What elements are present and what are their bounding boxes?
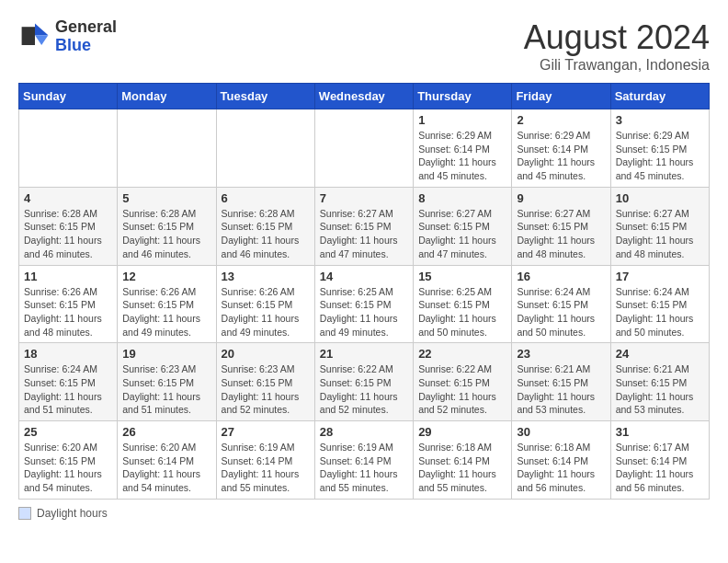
day-info: Sunrise: 6:26 AM Sunset: 6:15 PM Dayligh… (122, 285, 210, 339)
calendar-cell: 20Sunrise: 6:23 AM Sunset: 6:15 PM Dayli… (216, 343, 314, 421)
footer: Daylight hours (18, 507, 710, 520)
day-info: Sunrise: 6:26 AM Sunset: 6:15 PM Dayligh… (222, 285, 310, 339)
day-info: Sunrise: 6:29 AM Sunset: 6:14 PM Dayligh… (418, 129, 506, 183)
calendar-week-row: 25Sunrise: 6:20 AM Sunset: 6:15 PM Dayli… (19, 421, 710, 500)
day-number: 6 (222, 191, 310, 205)
day-info: Sunrise: 6:25 AM Sunset: 6:15 PM Dayligh… (418, 285, 506, 339)
calendar-cell: 10Sunrise: 6:27 AM Sunset: 6:15 PM Dayli… (610, 187, 709, 265)
day-number: 28 (320, 425, 408, 439)
day-info: Sunrise: 6:27 AM Sunset: 6:15 PM Dayligh… (517, 207, 605, 261)
calendar-table: SundayMondayTuesdayWednesdayThursdayFrid… (18, 83, 710, 500)
calendar-cell: 22Sunrise: 6:22 AM Sunset: 6:15 PM Dayli… (414, 343, 512, 421)
calendar-cell: 17Sunrise: 6:24 AM Sunset: 6:15 PM Dayli… (610, 265, 709, 343)
day-of-week-header: Tuesday (216, 84, 314, 109)
svg-marker-1 (35, 35, 48, 45)
day-info: Sunrise: 6:21 AM Sunset: 6:15 PM Dayligh… (616, 362, 704, 417)
calendar-cell (118, 109, 216, 188)
calendar-header-row: SundayMondayTuesdayWednesdayThursdayFrid… (19, 84, 710, 109)
calendar-cell: 18Sunrise: 6:24 AM Sunset: 6:15 PM Dayli… (19, 343, 118, 421)
calendar-cell: 23Sunrise: 6:21 AM Sunset: 6:15 PM Dayli… (512, 343, 610, 421)
day-info: Sunrise: 6:17 AM Sunset: 6:14 PM Dayligh… (616, 441, 704, 495)
calendar-cell: 1Sunrise: 6:29 AM Sunset: 6:14 PM Daylig… (414, 109, 512, 188)
day-info: Sunrise: 6:23 AM Sunset: 6:15 PM Dayligh… (122, 362, 210, 417)
calendar-cell: 26Sunrise: 6:20 AM Sunset: 6:14 PM Dayli… (118, 421, 216, 500)
day-info: Sunrise: 6:27 AM Sunset: 6:15 PM Dayligh… (616, 207, 704, 261)
day-info: Sunrise: 6:20 AM Sunset: 6:14 PM Dayligh… (122, 441, 210, 495)
day-number: 10 (616, 191, 704, 205)
day-number: 29 (418, 425, 506, 439)
day-of-week-header: Thursday (414, 84, 512, 109)
month-year: August 2024 (524, 18, 710, 57)
calendar-cell: 16Sunrise: 6:24 AM Sunset: 6:15 PM Dayli… (512, 265, 610, 343)
calendar-week-row: 4Sunrise: 6:28 AM Sunset: 6:15 PM Daylig… (19, 187, 710, 265)
logo-text: General Blue (55, 18, 117, 55)
calendar-cell: 24Sunrise: 6:21 AM Sunset: 6:15 PM Dayli… (610, 343, 709, 421)
day-number: 19 (122, 347, 210, 361)
day-info: Sunrise: 6:28 AM Sunset: 6:15 PM Dayligh… (222, 207, 310, 261)
day-info: Sunrise: 6:18 AM Sunset: 6:14 PM Dayligh… (517, 441, 605, 495)
calendar-cell: 13Sunrise: 6:26 AM Sunset: 6:15 PM Dayli… (216, 265, 314, 343)
calendar-cell: 8Sunrise: 6:27 AM Sunset: 6:15 PM Daylig… (414, 187, 512, 265)
calendar-cell: 19Sunrise: 6:23 AM Sunset: 6:15 PM Dayli… (118, 343, 216, 421)
day-info: Sunrise: 6:27 AM Sunset: 6:15 PM Dayligh… (320, 207, 408, 261)
day-of-week-header: Saturday (610, 84, 709, 109)
svg-marker-0 (35, 23, 48, 35)
day-info: Sunrise: 6:19 AM Sunset: 6:14 PM Dayligh… (222, 441, 310, 495)
day-number: 25 (24, 425, 112, 439)
day-info: Sunrise: 6:24 AM Sunset: 6:15 PM Dayligh… (616, 285, 704, 339)
calendar-cell (216, 109, 314, 188)
calendar-cell (314, 109, 413, 188)
day-number: 4 (24, 191, 112, 205)
day-info: Sunrise: 6:23 AM Sunset: 6:15 PM Dayligh… (222, 362, 310, 417)
day-number: 24 (616, 347, 704, 361)
footer-label: Daylight hours (37, 507, 108, 520)
day-info: Sunrise: 6:19 AM Sunset: 6:14 PM Dayligh… (320, 441, 408, 495)
day-info: Sunrise: 6:28 AM Sunset: 6:15 PM Dayligh… (24, 207, 112, 261)
location: Gili Trawangan, Indonesia (524, 57, 710, 74)
day-info: Sunrise: 6:25 AM Sunset: 6:15 PM Dayligh… (320, 285, 408, 339)
day-number: 13 (222, 270, 310, 283)
day-number: 8 (418, 191, 506, 205)
calendar-week-row: 18Sunrise: 6:24 AM Sunset: 6:15 PM Dayli… (19, 343, 710, 421)
day-number: 23 (517, 347, 605, 361)
day-info: Sunrise: 6:21 AM Sunset: 6:15 PM Dayligh… (517, 362, 605, 417)
day-of-week-header: Wednesday (314, 84, 413, 109)
logo: General Blue (18, 18, 117, 55)
day-info: Sunrise: 6:28 AM Sunset: 6:15 PM Dayligh… (122, 207, 210, 261)
calendar-cell: 25Sunrise: 6:20 AM Sunset: 6:15 PM Dayli… (19, 421, 118, 500)
calendar-cell: 4Sunrise: 6:28 AM Sunset: 6:15 PM Daylig… (19, 187, 118, 265)
day-number: 21 (320, 347, 408, 361)
day-of-week-header: Monday (118, 84, 216, 109)
day-number: 2 (517, 113, 605, 127)
calendar-cell: 28Sunrise: 6:19 AM Sunset: 6:14 PM Dayli… (314, 421, 413, 500)
calendar-cell: 12Sunrise: 6:26 AM Sunset: 6:15 PM Dayli… (118, 265, 216, 343)
calendar-cell: 30Sunrise: 6:18 AM Sunset: 6:14 PM Dayli… (512, 421, 610, 500)
day-number: 11 (24, 270, 112, 283)
day-info: Sunrise: 6:29 AM Sunset: 6:14 PM Dayligh… (517, 129, 605, 183)
day-info: Sunrise: 6:20 AM Sunset: 6:15 PM Dayligh… (24, 441, 112, 495)
day-info: Sunrise: 6:18 AM Sunset: 6:14 PM Dayligh… (418, 441, 506, 495)
day-of-week-header: Friday (512, 84, 610, 109)
day-number: 18 (24, 347, 112, 361)
day-number: 30 (517, 425, 605, 439)
svg-rect-2 (22, 27, 35, 45)
day-number: 12 (122, 270, 210, 283)
day-info: Sunrise: 6:24 AM Sunset: 6:15 PM Dayligh… (517, 285, 605, 339)
title-block: August 2024 Gili Trawangan, Indonesia (524, 18, 710, 74)
calendar-cell: 2Sunrise: 6:29 AM Sunset: 6:14 PM Daylig… (512, 109, 610, 188)
footer-box (18, 507, 31, 520)
day-info: Sunrise: 6:22 AM Sunset: 6:15 PM Dayligh… (418, 362, 506, 417)
day-number: 27 (222, 425, 310, 439)
day-info: Sunrise: 6:24 AM Sunset: 6:15 PM Dayligh… (24, 362, 112, 417)
day-of-week-header: Sunday (19, 84, 118, 109)
day-info: Sunrise: 6:27 AM Sunset: 6:15 PM Dayligh… (418, 207, 506, 261)
day-number: 5 (122, 191, 210, 205)
calendar-cell: 11Sunrise: 6:26 AM Sunset: 6:15 PM Dayli… (19, 265, 118, 343)
day-number: 17 (616, 270, 704, 283)
calendar-cell: 21Sunrise: 6:22 AM Sunset: 6:15 PM Dayli… (314, 343, 413, 421)
day-info: Sunrise: 6:22 AM Sunset: 6:15 PM Dayligh… (320, 362, 408, 417)
day-info: Sunrise: 6:26 AM Sunset: 6:15 PM Dayligh… (24, 285, 112, 339)
logo-blue: Blue (55, 36, 91, 54)
calendar-week-row: 11Sunrise: 6:26 AM Sunset: 6:15 PM Dayli… (19, 265, 710, 343)
calendar-cell: 29Sunrise: 6:18 AM Sunset: 6:14 PM Dayli… (414, 421, 512, 500)
